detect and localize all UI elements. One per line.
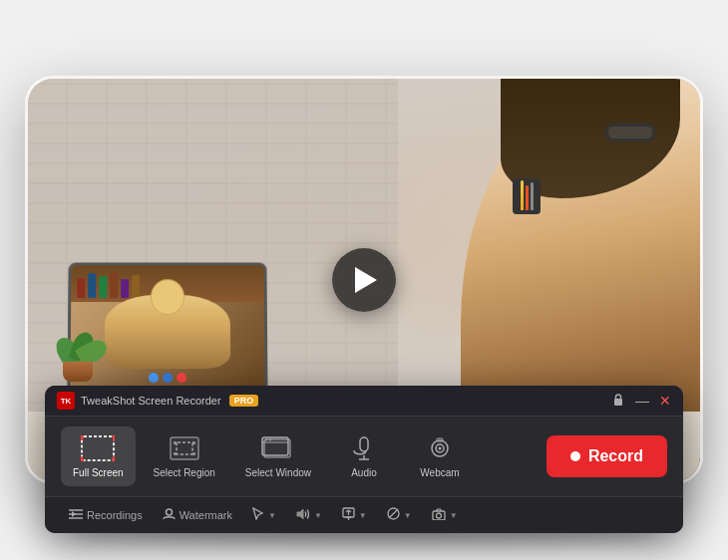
select-region-label: Select Region bbox=[154, 467, 215, 478]
title-bar: TK TweakShot Screen Recorder PRO — ✕ bbox=[45, 386, 683, 417]
pencil bbox=[521, 180, 524, 210]
svg-point-8 bbox=[269, 439, 271, 441]
minimize-icon[interactable]: — bbox=[635, 394, 649, 408]
capture-mode-webcam[interactable]: Webcam bbox=[405, 426, 475, 486]
svg-rect-30 bbox=[433, 511, 445, 520]
select-window-label: Select Window bbox=[245, 467, 311, 478]
book4 bbox=[110, 272, 118, 298]
output-tool[interactable]: ▼ bbox=[334, 503, 375, 527]
camera-tool[interactable]: ▼ bbox=[424, 503, 466, 527]
pencil-cup bbox=[513, 178, 541, 214]
vc-icon-1 bbox=[149, 373, 159, 383]
svg-line-29 bbox=[389, 509, 398, 518]
svg-rect-0 bbox=[614, 399, 622, 406]
record-dot-icon bbox=[570, 451, 580, 461]
audio-settings-tool[interactable]: ▼ bbox=[288, 503, 330, 527]
close-icon[interactable]: ✕ bbox=[659, 394, 671, 408]
desk-items bbox=[513, 178, 541, 214]
svg-rect-1 bbox=[82, 436, 114, 460]
output-icon bbox=[342, 507, 355, 523]
audio-label: Audio bbox=[351, 467, 377, 478]
exclude-tool[interactable]: ▼ bbox=[379, 503, 420, 527]
svg-point-20 bbox=[166, 509, 172, 515]
audio-icon bbox=[346, 434, 382, 462]
book2 bbox=[88, 274, 96, 299]
select-window-icon bbox=[260, 434, 296, 462]
screen-person-head bbox=[151, 279, 184, 315]
select-region-icon bbox=[167, 434, 202, 462]
recordings-tool[interactable]: Recordings bbox=[61, 503, 151, 527]
svg-point-31 bbox=[436, 513, 441, 518]
plant-decoration bbox=[53, 322, 103, 382]
title-bar-controls: — ✕ bbox=[611, 393, 671, 409]
svg-rect-9 bbox=[360, 437, 368, 451]
webcam-label: Webcam bbox=[420, 467, 459, 478]
app-title: TweakShot Screen Recorder bbox=[81, 395, 221, 407]
cursor-caret: ▼ bbox=[268, 511, 276, 520]
audio-settings-icon bbox=[296, 507, 310, 523]
toolbar-bottom: Recordings Watermark ▼ bbox=[45, 496, 683, 533]
vc-icon-2 bbox=[163, 373, 173, 383]
svg-point-14 bbox=[438, 447, 441, 450]
svg-marker-21 bbox=[297, 509, 303, 519]
exclude-icon bbox=[387, 507, 400, 523]
record-button[interactable]: Record bbox=[546, 435, 667, 477]
output-caret: ▼ bbox=[359, 511, 367, 520]
plant-pot bbox=[63, 362, 93, 382]
capture-mode-select-region[interactable]: Select Region bbox=[142, 426, 227, 486]
pro-badge: PRO bbox=[229, 395, 259, 407]
video-call-icons bbox=[149, 373, 186, 383]
pencil-3 bbox=[531, 182, 534, 210]
watermark-icon bbox=[163, 507, 176, 523]
lock-icon[interactable] bbox=[611, 393, 625, 409]
watermark-tool[interactable]: Watermark bbox=[155, 503, 240, 527]
pencil-2 bbox=[526, 185, 529, 210]
capture-modes: Full Screen Select Regio bbox=[61, 426, 539, 486]
capture-mode-full-screen[interactable]: Full Screen bbox=[61, 426, 136, 486]
cursor-icon bbox=[252, 507, 264, 523]
play-button[interactable] bbox=[332, 248, 396, 312]
recordings-label: Recordings bbox=[87, 509, 143, 521]
full-screen-label: Full Screen bbox=[73, 467, 124, 478]
svg-point-7 bbox=[265, 439, 267, 441]
exclude-caret: ▼ bbox=[404, 511, 412, 520]
camera-caret: ▼ bbox=[450, 511, 458, 520]
svg-marker-19 bbox=[72, 511, 76, 517]
book6 bbox=[132, 275, 140, 298]
glasses bbox=[605, 124, 655, 141]
book3 bbox=[99, 277, 107, 299]
webcam-icon bbox=[422, 434, 458, 462]
vc-icon-end-call bbox=[177, 373, 186, 383]
book1 bbox=[77, 278, 85, 298]
plant-leaves bbox=[53, 322, 103, 367]
capture-mode-select-window[interactable]: Select Window bbox=[233, 426, 323, 486]
capture-mode-audio[interactable]: Audio bbox=[329, 426, 399, 486]
record-label: Record bbox=[588, 447, 643, 465]
app-icon: TK bbox=[57, 392, 75, 410]
full-screen-icon bbox=[80, 434, 116, 462]
watermark-label: Watermark bbox=[180, 509, 232, 521]
play-icon bbox=[355, 267, 377, 293]
recordings-icon bbox=[69, 507, 83, 523]
audio-caret: ▼ bbox=[314, 511, 322, 520]
toolbar-main: Full Screen Select Regio bbox=[45, 417, 683, 496]
toolbar: TK TweakShot Screen Recorder PRO — ✕ bbox=[45, 386, 683, 533]
main-container: TK TweakShot Screen Recorder PRO — ✕ bbox=[5, 7, 723, 553]
book5 bbox=[121, 279, 129, 298]
cursor-tool[interactable]: ▼ bbox=[244, 503, 284, 527]
camera-icon bbox=[432, 507, 446, 523]
svg-rect-2 bbox=[171, 437, 198, 459]
